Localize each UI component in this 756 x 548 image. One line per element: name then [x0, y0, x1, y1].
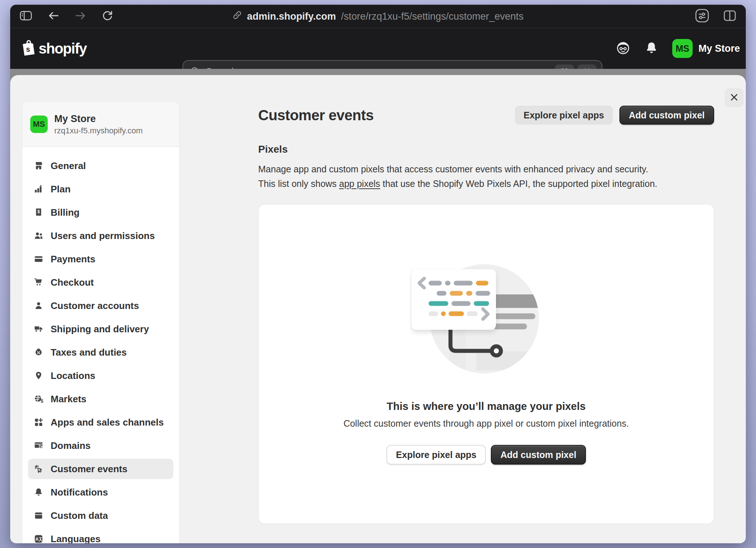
- sidebar-item-customer-events[interactable]: Customer events: [28, 459, 173, 479]
- account-name: My Store: [698, 43, 740, 54]
- sidebar-item-customer-accounts[interactable]: Customer accounts: [28, 295, 173, 316]
- sidebar-item-label: General: [51, 160, 86, 172]
- sidebar-item-payments[interactable]: Payments: [28, 249, 173, 269]
- reload-button[interactable]: [102, 10, 113, 22]
- back-arrow-icon: [48, 11, 59, 22]
- close-button[interactable]: [725, 88, 744, 107]
- data-icon: [34, 511, 43, 520]
- sidebar-item-checkout[interactable]: Checkout: [28, 272, 173, 293]
- app-pixels-link[interactable]: app pixels: [339, 179, 380, 189]
- admin-page-backdrop: MS My Store rzq1xu-f5.myshopify.com Gene…: [10, 69, 746, 543]
- screen: admin.shopify.com/store/rzq1xu-f5/settin…: [0, 0, 756, 548]
- add-custom-pixel-button[interactable]: Add custom pixel: [619, 106, 714, 125]
- sidebar-item-label: Notifications: [51, 487, 108, 498]
- cart-icon: [34, 278, 43, 287]
- account-avatar: MS: [672, 39, 693, 58]
- domains-icon: [34, 441, 43, 450]
- split-view-icon: [723, 10, 736, 23]
- pixels-illustration: [410, 261, 563, 383]
- sidebar-item-label: Taxes and duties: [51, 347, 127, 358]
- sidebar-panel-icon: [20, 11, 32, 22]
- url-path: /store/rzq1xu-f5/settings/customer_event…: [341, 11, 523, 22]
- persona-face-icon: [615, 40, 631, 57]
- reload-icon: [102, 10, 113, 22]
- sidebar-item-label: Languages: [51, 533, 101, 544]
- content-header: Customer events Explore pixel apps Add c…: [258, 106, 714, 125]
- back-button[interactable]: [48, 11, 59, 22]
- empty-add-custom-pixel-button[interactable]: Add custom pixel: [491, 445, 586, 465]
- page-title: Customer events: [258, 107, 515, 124]
- settings-content: Customer events Explore pixel apps Add c…: [258, 75, 714, 524]
- split-view-button[interactable]: [723, 10, 736, 23]
- apps-icon: [34, 418, 43, 427]
- sidebar-item-label: Locations: [51, 370, 95, 381]
- account-chip[interactable]: MS My Store: [672, 39, 740, 58]
- link-icon: [232, 10, 242, 22]
- sidebar-item-label: Customer accounts: [51, 300, 139, 312]
- pixels-description: Manage app and custom pixels that access…: [258, 162, 714, 191]
- browser-window: admin.shopify.com/store/rzq1xu-f5/settin…: [10, 5, 746, 543]
- admin-header: s shopify Search ⌘ K: [10, 28, 746, 69]
- browser-toolbar: admin.shopify.com/store/rzq1xu-f5/settin…: [10, 5, 746, 28]
- tune-button[interactable]: [695, 8, 709, 24]
- truck-icon: [34, 324, 43, 334]
- pixels-empty-card: This is where you’ll manage your pixels …: [258, 204, 714, 524]
- payments-icon: [34, 254, 43, 264]
- svg-text:$: $: [38, 209, 40, 214]
- section-heading-pixels: Pixels: [258, 144, 714, 155]
- sidebar-item-notifications[interactable]: Notifications: [28, 482, 173, 502]
- plan-icon: [34, 184, 43, 194]
- pin-icon: [34, 371, 43, 380]
- sidebar-item-apps-and-sales-channels[interactable]: Apps and sales channels: [28, 412, 173, 432]
- store-icon: [34, 161, 43, 171]
- notifications-button[interactable]: [645, 41, 658, 56]
- sidebar-item-taxes-and-duties[interactable]: Taxes and duties: [28, 342, 173, 363]
- shopify-logo[interactable]: s shopify: [21, 39, 87, 58]
- users-icon: [34, 231, 43, 240]
- sidebar-item-label: Shipping and delivery: [51, 324, 149, 335]
- store-card: MS My Store rzq1xu-f5.myshopify.com: [22, 102, 179, 147]
- sidebar-item-label: Plan: [51, 184, 71, 195]
- tune-sliders-icon: [695, 8, 709, 24]
- empty-state-subtext: Collect customer events through app pixe…: [343, 418, 629, 429]
- shopify-bag-icon: s: [21, 39, 36, 58]
- url-bar[interactable]: admin.shopify.com/store/rzq1xu-f5/settin…: [232, 10, 523, 22]
- store-domain: rzq1xu-f5.myshopify.com: [54, 126, 143, 136]
- sidebar-item-plan[interactable]: Plan: [28, 179, 173, 199]
- sidebar-item-locations[interactable]: Locations: [28, 365, 173, 386]
- sidebar-item-languages[interactable]: ALanguages: [28, 529, 173, 543]
- shopify-wordmark: shopify: [39, 40, 87, 57]
- empty-explore-pixel-apps-button[interactable]: Explore pixel apps: [386, 445, 486, 465]
- sidebar-item-domains[interactable]: Domains: [28, 435, 173, 456]
- persona-button[interactable]: [615, 40, 631, 57]
- empty-state-heading: This is where you’ll manage your pixels: [387, 400, 586, 412]
- svg-text:A: A: [35, 537, 39, 542]
- sidebar-item-general[interactable]: General: [28, 156, 173, 176]
- settings-modal: MS My Store rzq1xu-f5.myshopify.com Gene…: [10, 75, 746, 543]
- svg-text:$: $: [41, 398, 43, 404]
- sidebar-item-label: Apps and sales channels: [51, 417, 164, 428]
- sidebar-item-label: Markets: [51, 394, 86, 405]
- sidebar-nav: GeneralPlan$BillingUsers and permissions…: [22, 147, 179, 543]
- sidebar-item-custom-data[interactable]: Custom data: [28, 505, 173, 526]
- languages-icon: A: [34, 534, 43, 543]
- sidebar-item-label: Domains: [51, 440, 91, 451]
- sidebar-item-label: Checkout: [51, 277, 94, 288]
- description-line-2: This list only shows app pixels that use…: [258, 176, 714, 191]
- sidebar-item-shipping-and-delivery[interactable]: Shipping and delivery: [28, 319, 173, 339]
- events-icon: [34, 464, 43, 474]
- description-line-1: Manage app and custom pixels that access…: [258, 162, 714, 176]
- forward-button[interactable]: [75, 11, 86, 22]
- explore-pixel-apps-button[interactable]: Explore pixel apps: [515, 106, 613, 125]
- sidebar-item-label: Custom data: [51, 510, 108, 521]
- svg-text:s: s: [26, 45, 30, 53]
- sidebar-item-label: Payments: [51, 254, 95, 265]
- sidebar-item-label: Billing: [51, 207, 79, 218]
- sidebar-item-markets[interactable]: $Markets: [28, 389, 173, 409]
- billing-icon: $: [34, 208, 43, 217]
- sidebar-item-label: Customer events: [51, 463, 127, 475]
- sidebar-toggle-button[interactable]: [20, 11, 32, 22]
- forward-arrow-icon: [75, 11, 86, 22]
- sidebar-item-users-and-permissions[interactable]: Users and permissions: [28, 226, 173, 246]
- sidebar-item-billing[interactable]: $Billing: [28, 202, 173, 223]
